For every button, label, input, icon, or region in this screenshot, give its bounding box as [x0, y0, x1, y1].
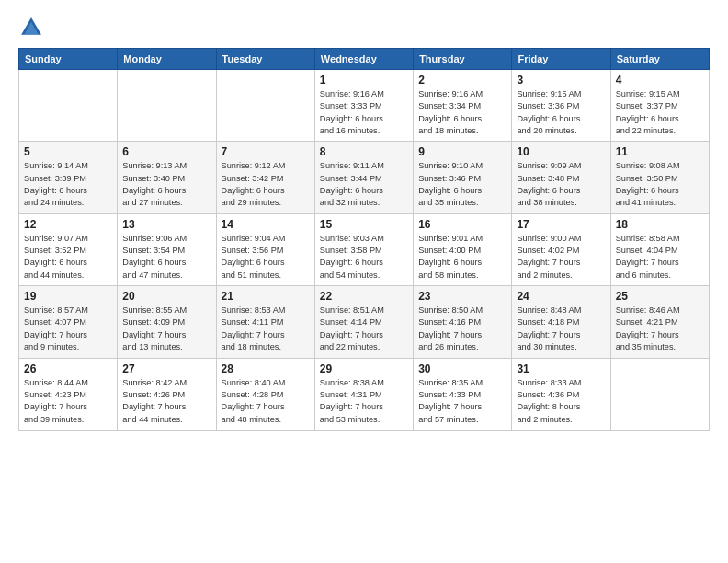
calendar-week-5: 26Sunrise: 8:44 AM Sunset: 4:23 PM Dayli… [19, 358, 710, 430]
day-info: Sunrise: 9:08 AM Sunset: 3:50 PM Dayligh… [616, 160, 704, 209]
day-number: 28 [222, 362, 310, 375]
day-info: Sunrise: 8:53 AM Sunset: 4:11 PM Dayligh… [222, 304, 310, 353]
day-number: 18 [616, 218, 704, 231]
day-number: 15 [320, 218, 408, 231]
calendar-cell: 27Sunrise: 8:42 AM Sunset: 4:26 PM Dayli… [118, 358, 216, 430]
calendar-cell: 2Sunrise: 9:16 AM Sunset: 3:34 PM Daylig… [414, 70, 512, 142]
day-number: 8 [320, 145, 408, 158]
calendar-cell: 24Sunrise: 8:48 AM Sunset: 4:18 PM Dayli… [512, 286, 610, 358]
calendar-cell: 13Sunrise: 9:06 AM Sunset: 3:54 PM Dayli… [118, 213, 216, 285]
calendar-header-thursday: Thursday [414, 49, 512, 70]
page: SundayMondayTuesdayWednesdayThursdayFrid… [0, 0, 728, 563]
day-info: Sunrise: 9:16 AM Sunset: 3:34 PM Dayligh… [418, 88, 506, 137]
logo [18, 15, 48, 40]
day-number: 5 [24, 145, 112, 158]
calendar-cell: 6Sunrise: 9:13 AM Sunset: 3:40 PM Daylig… [118, 142, 216, 213]
day-info: Sunrise: 8:46 AM Sunset: 4:21 PM Dayligh… [616, 304, 704, 353]
calendar-cell: 10Sunrise: 9:09 AM Sunset: 3:48 PM Dayli… [512, 142, 610, 213]
calendar-cell: 16Sunrise: 9:01 AM Sunset: 4:00 PM Dayli… [414, 213, 512, 285]
day-number: 1 [320, 74, 408, 86]
calendar-cell: 20Sunrise: 8:55 AM Sunset: 4:09 PM Dayli… [118, 286, 216, 358]
day-number: 31 [517, 362, 605, 375]
day-number: 7 [222, 145, 310, 158]
calendar-header-wednesday: Wednesday [314, 49, 413, 70]
day-info: Sunrise: 8:55 AM Sunset: 4:09 PM Dayligh… [122, 304, 210, 353]
day-number: 30 [418, 362, 506, 375]
day-number: 22 [320, 290, 408, 303]
day-info: Sunrise: 9:03 AM Sunset: 3:58 PM Dayligh… [320, 233, 408, 282]
calendar-cell: 9Sunrise: 9:10 AM Sunset: 3:46 PM Daylig… [414, 142, 512, 213]
day-info: Sunrise: 9:13 AM Sunset: 3:40 PM Dayligh… [122, 160, 210, 209]
day-info: Sunrise: 9:15 AM Sunset: 3:36 PM Dayligh… [517, 88, 605, 137]
day-info: Sunrise: 9:01 AM Sunset: 4:00 PM Dayligh… [418, 233, 506, 282]
day-number: 29 [320, 362, 408, 375]
calendar-header-row: SundayMondayTuesdayWednesdayThursdayFrid… [19, 49, 710, 70]
day-number: 25 [616, 290, 704, 303]
day-number: 21 [222, 290, 310, 303]
calendar-cell: 29Sunrise: 8:38 AM Sunset: 4:31 PM Dayli… [314, 358, 413, 430]
day-info: Sunrise: 8:42 AM Sunset: 4:26 PM Dayligh… [122, 377, 210, 426]
calendar-cell: 11Sunrise: 9:08 AM Sunset: 3:50 PM Dayli… [610, 142, 709, 213]
day-number: 16 [418, 218, 506, 231]
day-number: 2 [418, 74, 506, 86]
day-info: Sunrise: 8:57 AM Sunset: 4:07 PM Dayligh… [24, 304, 112, 353]
calendar-header-friday: Friday [512, 49, 610, 70]
day-number: 27 [122, 362, 210, 375]
day-info: Sunrise: 9:16 AM Sunset: 3:33 PM Dayligh… [320, 88, 408, 137]
day-number: 17 [517, 218, 605, 231]
calendar-cell: 1Sunrise: 9:16 AM Sunset: 3:33 PM Daylig… [314, 70, 413, 142]
calendar-cell [610, 358, 709, 430]
day-info: Sunrise: 9:07 AM Sunset: 3:52 PM Dayligh… [24, 233, 112, 282]
day-number: 26 [24, 362, 112, 375]
calendar-header-sunday: Sunday [19, 49, 118, 70]
calendar-cell: 3Sunrise: 9:15 AM Sunset: 3:36 PM Daylig… [512, 70, 610, 142]
calendar-cell: 30Sunrise: 8:35 AM Sunset: 4:33 PM Dayli… [414, 358, 512, 430]
day-info: Sunrise: 8:35 AM Sunset: 4:33 PM Dayligh… [418, 377, 506, 426]
calendar-cell: 23Sunrise: 8:50 AM Sunset: 4:16 PM Dayli… [414, 286, 512, 358]
calendar-cell: 19Sunrise: 8:57 AM Sunset: 4:07 PM Dayli… [19, 286, 118, 358]
day-info: Sunrise: 9:11 AM Sunset: 3:44 PM Dayligh… [320, 160, 408, 209]
calendar-week-3: 12Sunrise: 9:07 AM Sunset: 3:52 PM Dayli… [19, 213, 710, 285]
calendar-cell: 18Sunrise: 8:58 AM Sunset: 4:04 PM Dayli… [610, 213, 709, 285]
day-info: Sunrise: 9:09 AM Sunset: 3:48 PM Dayligh… [517, 160, 605, 209]
calendar-week-4: 19Sunrise: 8:57 AM Sunset: 4:07 PM Dayli… [19, 286, 710, 358]
calendar-cell: 5Sunrise: 9:14 AM Sunset: 3:39 PM Daylig… [19, 142, 118, 213]
calendar-cell: 22Sunrise: 8:51 AM Sunset: 4:14 PM Dayli… [314, 286, 413, 358]
day-info: Sunrise: 8:38 AM Sunset: 4:31 PM Dayligh… [320, 377, 408, 426]
calendar-cell: 21Sunrise: 8:53 AM Sunset: 4:11 PM Dayli… [216, 286, 314, 358]
day-number: 12 [24, 218, 112, 231]
day-info: Sunrise: 8:48 AM Sunset: 4:18 PM Dayligh… [517, 304, 605, 353]
day-number: 13 [122, 218, 210, 231]
calendar-cell: 15Sunrise: 9:03 AM Sunset: 3:58 PM Dayli… [314, 213, 413, 285]
day-info: Sunrise: 9:06 AM Sunset: 3:54 PM Dayligh… [122, 233, 210, 282]
day-number: 24 [517, 290, 605, 303]
day-info: Sunrise: 8:58 AM Sunset: 4:04 PM Dayligh… [616, 233, 704, 282]
day-number: 9 [418, 145, 506, 158]
calendar-header-monday: Monday [118, 49, 216, 70]
calendar-header-saturday: Saturday [610, 49, 709, 70]
day-info: Sunrise: 8:40 AM Sunset: 4:28 PM Dayligh… [222, 377, 310, 426]
calendar-cell: 7Sunrise: 9:12 AM Sunset: 3:42 PM Daylig… [216, 142, 314, 213]
calendar-cell: 14Sunrise: 9:04 AM Sunset: 3:56 PM Dayli… [216, 213, 314, 285]
calendar-cell [216, 70, 314, 142]
day-info: Sunrise: 9:15 AM Sunset: 3:37 PM Dayligh… [616, 88, 704, 137]
day-number: 20 [122, 290, 210, 303]
day-info: Sunrise: 8:33 AM Sunset: 4:36 PM Dayligh… [517, 377, 605, 426]
day-info: Sunrise: 8:44 AM Sunset: 4:23 PM Dayligh… [24, 377, 112, 426]
calendar-cell: 17Sunrise: 9:00 AM Sunset: 4:02 PM Dayli… [512, 213, 610, 285]
day-number: 11 [616, 145, 704, 158]
calendar-cell: 8Sunrise: 9:11 AM Sunset: 3:44 PM Daylig… [314, 142, 413, 213]
day-info: Sunrise: 9:04 AM Sunset: 3:56 PM Dayligh… [222, 233, 310, 282]
day-info: Sunrise: 8:50 AM Sunset: 4:16 PM Dayligh… [418, 304, 506, 353]
day-number: 23 [418, 290, 506, 303]
calendar-cell: 25Sunrise: 8:46 AM Sunset: 4:21 PM Dayli… [610, 286, 709, 358]
day-number: 19 [24, 290, 112, 303]
calendar-cell: 12Sunrise: 9:07 AM Sunset: 3:52 PM Dayli… [19, 213, 118, 285]
calendar-cell [19, 70, 118, 142]
calendar: SundayMondayTuesdayWednesdayThursdayFrid… [18, 48, 710, 431]
calendar-cell: 4Sunrise: 9:15 AM Sunset: 3:37 PM Daylig… [610, 70, 709, 142]
calendar-week-1: 1Sunrise: 9:16 AM Sunset: 3:33 PM Daylig… [19, 70, 710, 142]
day-info: Sunrise: 9:10 AM Sunset: 3:46 PM Dayligh… [418, 160, 506, 209]
day-number: 14 [222, 218, 310, 231]
day-info: Sunrise: 9:00 AM Sunset: 4:02 PM Dayligh… [517, 233, 605, 282]
